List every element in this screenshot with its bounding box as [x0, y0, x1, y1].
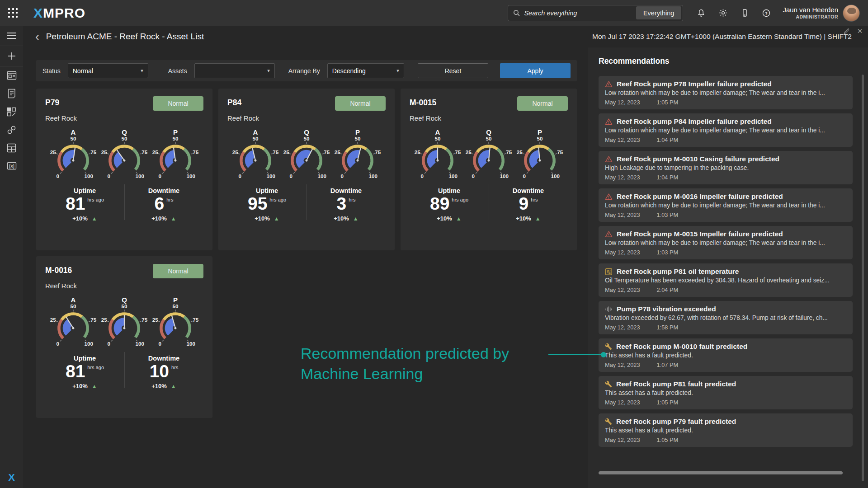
- calculator-icon[interactable]: [0, 139, 23, 157]
- widgets-icon[interactable]: [0, 103, 23, 121]
- asset-site: Reef Rock: [227, 114, 386, 122]
- asset-card[interactable]: M-0015 Normal Reef Rock A0255075100 Q025…: [401, 89, 577, 250]
- recommendation-item[interactable]: Pump P78 vibration exceeded Vibration ex…: [599, 301, 853, 334]
- search-input[interactable]: [524, 9, 634, 17]
- reset-button[interactable]: Reset: [418, 63, 488, 78]
- svg-text:75: 75: [90, 317, 96, 323]
- hamburger-icon[interactable]: [0, 26, 23, 46]
- recommendation-date: May 12, 2023: [605, 99, 640, 106]
- recommendation-title: Reef Rock pump M-0010 Casing failure pre…: [617, 155, 779, 163]
- svg-text:100: 100: [136, 173, 144, 179]
- apps-grid-icon[interactable]: [8, 8, 18, 18]
- svg-text:0: 0: [56, 341, 59, 347]
- recommendation-item[interactable]: Reef Rock pump M-0016 Impeller failure p…: [599, 188, 853, 222]
- topbar: XMPRO Everything ? Jaun van Heerden ADMI…: [0, 0, 868, 26]
- recommendation-item[interactable]: Reef Rock pump M-0010 Casing failure pre…: [599, 151, 853, 184]
- filter-bar: Status Normal ▾ Assets ▾ Arrange By Desc…: [36, 60, 577, 81]
- downtime-value: 9: [519, 195, 529, 213]
- svg-text:50: 50: [173, 137, 179, 141]
- search-icon: [513, 9, 520, 17]
- user-block[interactable]: Jaun van Heerden ADMINISTRATOR: [783, 6, 838, 20]
- search-scope-button[interactable]: Everything: [636, 6, 682, 19]
- svg-text:25: 25: [152, 149, 158, 155]
- svg-text:75: 75: [193, 317, 198, 323]
- asset-card[interactable]: M-0016 Normal Reef Rock A0255075100 Q025…: [36, 256, 212, 418]
- global-search: Everything: [508, 5, 683, 21]
- svg-text:75: 75: [506, 149, 512, 155]
- gauge-P: P0255075100: [150, 128, 201, 181]
- plus-icon[interactable]: [0, 46, 23, 66]
- uptime-stat: Uptime 89 hrs ago +10%▲: [410, 187, 489, 222]
- status-select[interactable]: Normal ▾: [68, 63, 148, 78]
- gauge-P: P0255075100: [332, 128, 383, 181]
- notifications-bell-icon[interactable]: [695, 7, 708, 19]
- asset-cards-grid: P79 Normal Reef Rock A0255075100 Q025507…: [36, 89, 577, 418]
- uptime-stat: Uptime 81 hrs ago +10%▲: [45, 187, 124, 222]
- vertical-scrollbar[interactable]: [862, 75, 864, 481]
- trend-up-icon: ▲: [92, 383, 97, 389]
- recommendation-title: Reef Rock pump P81 oil temperature: [617, 267, 739, 276]
- recommendation-item[interactable]: Reef Rock pump P78 Impeller failure pred…: [599, 76, 853, 109]
- heat-icon: [605, 268, 613, 276]
- edit-pencil-icon[interactable]: [842, 27, 851, 36]
- recommendation-item[interactable]: Reef Rock pump P81 fault predicted This …: [599, 376, 853, 409]
- variables-icon[interactable]: [X]: [0, 157, 23, 175]
- gauge-Q-label: Q: [463, 128, 514, 136]
- recommendation-item[interactable]: Reef Rock pump P79 fault predicted This …: [599, 413, 853, 447]
- user-role: ADMINISTRATOR: [783, 14, 838, 20]
- left-sidebar: [X] X: [0, 26, 23, 488]
- recommendation-title: Reef Rock pump P78 Impeller failure pred…: [617, 80, 772, 88]
- downtime-unit: hrs: [166, 197, 173, 202]
- recommendation-time: 1:05 PM: [657, 436, 679, 443]
- page-title: Petroleum ACME - Reef Rock - Asset List: [46, 32, 204, 42]
- svg-text:[X]: [X]: [9, 164, 14, 169]
- xmpro-logo: XMPRO: [33, 5, 85, 21]
- recommendation-description: This asset has a fault predicted.: [605, 352, 846, 359]
- downtime-unit: hrs: [531, 197, 538, 202]
- form-icon[interactable]: [0, 84, 23, 103]
- svg-text:100: 100: [267, 173, 275, 179]
- recommendation-item[interactable]: Reef Rock pump P81 oil temperature Oil T…: [599, 263, 853, 297]
- mobile-icon[interactable]: [738, 7, 751, 19]
- svg-text:25: 25: [50, 149, 56, 155]
- settings-gear-icon[interactable]: [717, 7, 729, 19]
- uptime-label: Uptime: [410, 187, 489, 194]
- status-label: Status: [42, 67, 61, 75]
- svg-text:0: 0: [420, 173, 423, 179]
- uptime-label: Uptime: [45, 355, 124, 362]
- recommendations-list: Reef Rock pump P78 Impeller failure pred…: [599, 76, 853, 447]
- downtime-value: 10: [150, 362, 169, 381]
- svg-text:100: 100: [187, 173, 195, 179]
- recommendation-description: This asset has a fault predicted.: [605, 389, 846, 396]
- recommendation-time: 1:05 PM: [657, 399, 679, 406]
- recommendation-description: High Leakage due to tampering in the pac…: [605, 164, 846, 171]
- close-icon[interactable]: ✕: [855, 27, 864, 36]
- uptime-value: 89: [430, 195, 449, 213]
- recommendation-description: Low rotation which may be due to impelle…: [605, 127, 846, 134]
- uptime-delta: +10%▲: [45, 383, 124, 389]
- link-icon[interactable]: [0, 121, 23, 139]
- arrange-by-select[interactable]: Descending ▾: [327, 63, 404, 78]
- apply-button[interactable]: Apply: [500, 63, 571, 78]
- recommendation-item[interactable]: Reef Rock pump P84 Impeller failure pred…: [599, 113, 853, 147]
- horizontal-scrollbar[interactable]: [599, 471, 843, 474]
- svg-text:100: 100: [187, 341, 195, 347]
- dashboard-icon[interactable]: [0, 66, 23, 84]
- svg-text:100: 100: [136, 341, 144, 347]
- asset-card[interactable]: P84 Normal Reef Rock A0255075100 Q025507…: [218, 89, 395, 250]
- svg-text:75: 75: [375, 149, 381, 155]
- recommendation-item[interactable]: Reef Rock pump M-0015 Impeller failure p…: [599, 226, 853, 259]
- assets-select[interactable]: ▾: [194, 63, 275, 78]
- svg-text:0: 0: [523, 173, 525, 179]
- radial-gauge: 0255075100: [48, 137, 99, 181]
- avatar[interactable]: [843, 5, 860, 22]
- asset-card[interactable]: P79 Normal Reef Rock A0255075100 Q025507…: [36, 89, 212, 250]
- help-icon[interactable]: ?: [760, 7, 773, 19]
- radial-gauge: 0255075100: [514, 137, 565, 181]
- recommendation-item[interactable]: Reef Rock pump M-0010 fault predicted Th…: [599, 338, 853, 372]
- svg-text:75: 75: [193, 149, 198, 155]
- svg-text:0: 0: [158, 173, 161, 179]
- back-button[interactable]: ‹: [35, 31, 39, 42]
- xmpro-x-logo[interactable]: X: [0, 472, 23, 483]
- uptime-delta: +10%▲: [410, 215, 489, 222]
